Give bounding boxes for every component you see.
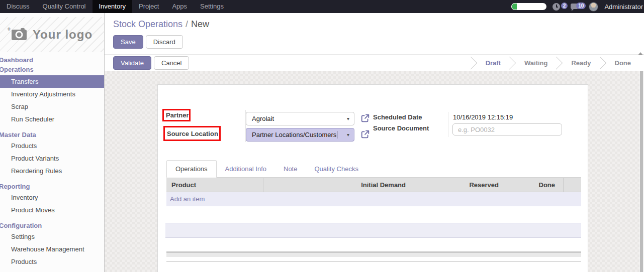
- systray: 2 10 Administrator: [511, 0, 644, 13]
- source-location-label-highlight-box: Source Location: [163, 126, 221, 141]
- scrollbar-thumb[interactable]: [640, 71, 643, 272]
- activities-button[interactable]: 2: [553, 2, 565, 11]
- column-header-product[interactable]: Product: [166, 178, 263, 192]
- source-location-field[interactable]: Partner Locations/Customers ▾: [246, 128, 354, 142]
- tab-operations[interactable]: Operations: [166, 160, 217, 178]
- message-count-badge: 10: [576, 3, 586, 9]
- sidebar-item-settings[interactable]: Settings: [0, 230, 104, 243]
- messages-button[interactable]: 10: [571, 2, 583, 11]
- source-document-input[interactable]: [452, 123, 562, 135]
- top-navbar: Discuss Quality Control Inventory Projec…: [0, 0, 644, 13]
- breadcrumb: Stock Operations/New: [113, 19, 209, 30]
- save-button[interactable]: Save: [113, 35, 143, 49]
- control-panel: Stock Operations/New Save Discard Valida…: [105, 13, 644, 71]
- sidebar-item-product-moves[interactable]: Product Moves: [0, 204, 104, 216]
- activity-count-badge: 2: [561, 3, 568, 9]
- sidebar-item-products-config[interactable]: Products: [0, 255, 104, 268]
- tab-additional-info[interactable]: Additional Info: [217, 160, 275, 177]
- chevron-separator-icon: [509, 56, 516, 70]
- partner-label-highlight-box: Partner: [162, 109, 191, 121]
- dropdown-caret-icon[interactable]: ▾: [344, 132, 349, 138]
- sidebar-item-products[interactable]: Products: [0, 140, 104, 152]
- source-document-label: Source Document: [373, 124, 429, 132]
- plus-icon: +: [7, 25, 11, 33]
- text-cursor: [337, 131, 337, 139]
- menu-project[interactable]: Project: [132, 0, 165, 13]
- record-buttons: Save Discard: [113, 35, 183, 49]
- column-header-extra-cell: [564, 178, 581, 192]
- tab-note[interactable]: Note: [275, 160, 306, 177]
- progress-fill: [512, 4, 517, 10]
- section-divider-bar-light: [166, 253, 581, 257]
- field-column-divider: [448, 112, 448, 137]
- sidebar-section-operations[interactable]: Operations: [0, 65, 104, 74]
- scheduled-date-value[interactable]: 10/16/2019 12:15:19: [453, 113, 513, 121]
- breadcrumb-separator: /: [186, 19, 188, 29]
- company-logo: + Your logo: [0, 17, 104, 52]
- source-location-internal-link-icon[interactable]: [361, 130, 370, 139]
- menu-apps[interactable]: Apps: [165, 0, 194, 13]
- partner-value: Agrolait: [252, 115, 274, 122]
- content-area: Partner Source Location Agrolait ▾ Partn…: [105, 71, 640, 272]
- operations-table-header: Product Initial Demand Reserved Done: [166, 178, 581, 192]
- menu-settings[interactable]: Settings: [194, 0, 230, 13]
- sidebar: + Your logo Dashboard Operations Transfe…: [0, 13, 105, 272]
- sidebar-item-inventory-report[interactable]: Inventory: [0, 191, 104, 204]
- sidebar-item-product-variants[interactable]: Product Variants: [0, 152, 104, 165]
- empty-lavender-row: [165, 223, 581, 238]
- menu-discuss[interactable]: Discuss: [0, 0, 36, 13]
- column-header-done[interactable]: Done: [507, 178, 564, 192]
- sidebar-item-scrap[interactable]: Scrap: [0, 100, 104, 113]
- sidebar-item-warehouse-management[interactable]: Warehouse Management: [0, 243, 104, 255]
- dropdown-caret-icon[interactable]: ▾: [344, 116, 349, 121]
- sidebar-section-master-data[interactable]: Master Data: [0, 130, 104, 140]
- breadcrumb-parent-link[interactable]: Stock Operations: [113, 19, 182, 29]
- partner-field[interactable]: Agrolait ▾: [246, 112, 354, 125]
- chevron-separator-icon: [556, 56, 563, 70]
- section-divider-line: [166, 261, 581, 262]
- clock-icon: [553, 3, 560, 11]
- status-step-ready[interactable]: Ready: [563, 56, 599, 70]
- sidebar-item-run-scheduler[interactable]: Run Scheduler: [0, 113, 104, 125]
- source-location-value: Partner Locations/Customers: [252, 131, 336, 139]
- scroll-up-arrow-icon[interactable]: [638, 52, 643, 55]
- user-avatar[interactable]: [589, 2, 598, 12]
- add-an-item-link[interactable]: Add an item: [166, 192, 581, 206]
- control-panel-divider: [105, 54, 644, 55]
- partner-label: Partner: [164, 111, 189, 119]
- status-step-draft[interactable]: Draft: [477, 56, 509, 70]
- validate-button[interactable]: Validate: [113, 56, 151, 70]
- sidebar-nav: Dashboard Operations Transfers Inventory…: [0, 55, 104, 268]
- camera-icon: +: [12, 30, 27, 40]
- sidebar-section-reporting[interactable]: Reporting: [0, 182, 104, 191]
- user-name[interactable]: Administrator: [604, 3, 643, 11]
- subscription-progress-pill[interactable]: [511, 3, 546, 10]
- status-pipeline: Draft Waiting Ready Done: [471, 56, 639, 70]
- menu-inventory[interactable]: Inventory: [93, 0, 132, 13]
- discard-button[interactable]: Discard: [146, 35, 183, 49]
- chevron-separator-icon: [600, 56, 606, 70]
- cancel-button[interactable]: Cancel: [154, 56, 189, 70]
- status-step-waiting[interactable]: Waiting: [516, 56, 556, 70]
- logo-text: Your logo: [33, 28, 93, 42]
- partner-internal-link-icon[interactable]: [361, 114, 370, 122]
- source-location-label: Source Location: [165, 130, 218, 138]
- column-header-initial-demand[interactable]: Initial Demand: [263, 178, 414, 192]
- scheduled-date-label: Scheduled Date: [373, 113, 422, 121]
- sidebar-item-inventory-adjustments[interactable]: Inventory Adjustments: [0, 88, 104, 100]
- notebook-tabs: Operations Additional Info Note Quality …: [166, 160, 581, 178]
- workflow-buttons: Validate Cancel: [113, 56, 189, 70]
- breadcrumb-current: New: [191, 19, 209, 29]
- menu-quality-control[interactable]: Quality Control: [36, 0, 93, 13]
- sidebar-item-reordering-rules[interactable]: Reordering Rules: [0, 165, 104, 177]
- sidebar-item-transfers[interactable]: Transfers: [0, 75, 104, 88]
- sidebar-section-configuration[interactable]: Configuration: [0, 221, 104, 230]
- column-header-reserved[interactable]: Reserved: [414, 178, 507, 192]
- form-sheet: Partner Source Location Agrolait ▾ Partn…: [157, 84, 588, 272]
- vertical-scrollbar[interactable]: [639, 71, 644, 272]
- tab-quality-checks[interactable]: Quality Checks: [306, 160, 366, 177]
- chevron-separator-icon: [471, 56, 477, 70]
- status-step-done[interactable]: Done: [606, 56, 640, 70]
- sidebar-item-dashboard[interactable]: Dashboard: [0, 55, 104, 65]
- app-window: Discuss Quality Control Inventory Projec…: [0, 0, 644, 272]
